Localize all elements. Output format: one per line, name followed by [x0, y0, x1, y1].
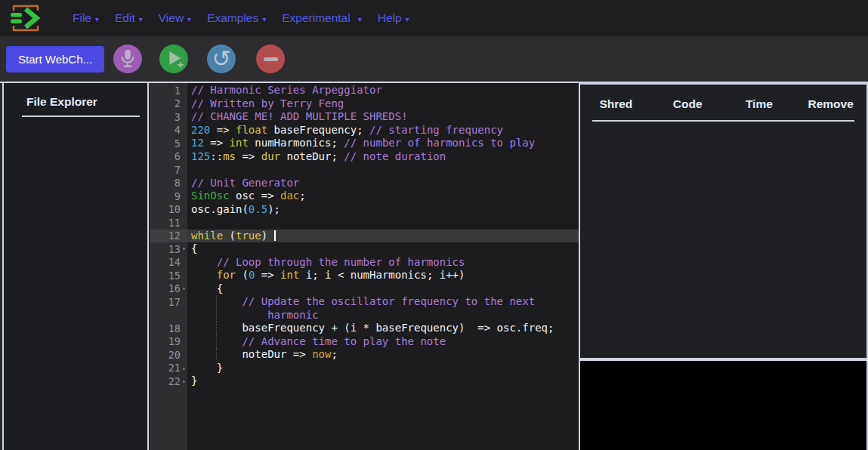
- line-number: 1: [150, 84, 187, 97]
- line-number: 8: [150, 177, 187, 190]
- code-line[interactable]: SinOsc osc => dac;: [187, 190, 579, 203]
- menu-item-file[interactable]: File▾: [73, 11, 99, 25]
- toolbar: Start WebCh... ↺ now: 00:00:00: [0, 36, 868, 82]
- code-line[interactable]: [187, 163, 579, 177]
- replace-shred-icon: ↺: [212, 48, 230, 70]
- line-number: 2: [150, 97, 187, 111]
- menu-item-help[interactable]: Help▾: [378, 11, 409, 25]
- code-line[interactable]: // Update the oscillator frequency to th…: [187, 295, 579, 309]
- line-number: 7: [150, 163, 187, 177]
- menu-items: File▾Edit▾View▾Examples▾Experimental▾Hel…: [57, 11, 409, 25]
- menu-item-label: Examples: [207, 11, 258, 25]
- file-explorer-panel[interactable]: File Explorer: [2, 83, 149, 450]
- menu-item-label: Experimental: [282, 11, 350, 25]
- code-line[interactable]: 12 => int numHarmonics; // number of har…: [187, 137, 579, 150]
- main-area: File Explorer 12345678910111213▾141516▾1…: [0, 82, 868, 450]
- code-line[interactable]: while (true): [187, 230, 579, 243]
- chevron-down-icon: ▾: [139, 15, 143, 23]
- console-output-panel[interactable]: [579, 359, 868, 450]
- shred-column-header-shred: Shred: [580, 97, 652, 111]
- line-number: 22▴: [150, 374, 187, 388]
- chevron-down-icon: ▾: [187, 15, 191, 23]
- indent-guide: [216, 348, 217, 362]
- chevron-down-icon: ▾: [95, 15, 99, 23]
- code-line[interactable]: 125::ms => dur noteDur; // note duration: [187, 150, 579, 164]
- line-number: 19: [150, 335, 187, 349]
- shred-table-divider: [592, 120, 854, 122]
- line-number: 20: [150, 348, 187, 362]
- shred-table-headers: ShredCodeTimeRemove: [580, 85, 866, 111]
- menu-item-examples[interactable]: Examples▾: [207, 11, 266, 25]
- line-number: 14: [150, 256, 187, 270]
- fold-toggle-icon[interactable]: ▾: [181, 245, 187, 252]
- fold-toggle-icon[interactable]: ▴: [181, 365, 187, 371]
- line-number: 3: [150, 110, 187, 124]
- fold-toggle-icon[interactable]: ▾: [181, 285, 187, 292]
- menu-item-view[interactable]: View▾: [159, 11, 191, 25]
- line-number: 5: [150, 137, 187, 150]
- code-line[interactable]: harmonic: [187, 309, 579, 322]
- file-explorer-divider: [22, 116, 140, 117]
- indent-guide: [216, 322, 217, 335]
- code-line[interactable]: osc.gain(0.5);: [187, 203, 579, 217]
- code-line[interactable]: // CHANGE ME! ADD MULTIPLE SHREDS!: [187, 110, 579, 124]
- code-line[interactable]: // Advance time to play the note: [187, 335, 579, 349]
- chevron-down-icon: ▾: [406, 15, 409, 23]
- menu-item-label: Help: [378, 11, 402, 25]
- line-number: 21▴: [150, 362, 187, 375]
- indent-guide: [216, 295, 217, 309]
- line-number: 12: [150, 230, 187, 243]
- shred-column-header-code: Code: [652, 97, 724, 111]
- code-line[interactable]: noteDur => now;: [187, 348, 579, 362]
- menu-item-label: File: [73, 11, 91, 25]
- file-explorer-title: File Explorer: [4, 83, 147, 109]
- menubar: File▾Edit▾View▾Examples▾Experimental▾Hel…: [0, 0, 868, 36]
- code-line[interactable]: [187, 216, 579, 230]
- code-line[interactable]: // Loop through the number of harmonics: [187, 256, 579, 270]
- play-add-shred-button[interactable]: [159, 45, 188, 73]
- code-line[interactable]: {: [187, 282, 579, 296]
- code-line[interactable]: baseFrequency + (i * baseFrequency) => o…: [187, 322, 579, 335]
- remove-shred-button[interactable]: [256, 45, 285, 73]
- line-number: [150, 309, 187, 322]
- code-line[interactable]: // Harmonic Series Arpeggiator: [187, 84, 579, 97]
- line-number: 15: [150, 269, 187, 282]
- code-line[interactable]: {: [187, 242, 579, 256]
- menu-item-edit[interactable]: Edit▾: [115, 11, 143, 25]
- code-line[interactable]: // Written by Terry Feng: [187, 97, 579, 111]
- chevron-down-icon: ▾: [358, 15, 362, 23]
- menu-item-experimental[interactable]: Experimental▾: [282, 11, 362, 25]
- code-line[interactable]: }: [187, 374, 579, 388]
- shred-table-panel: ShredCodeTimeRemove: [579, 83, 868, 359]
- line-number: 4: [150, 124, 187, 137]
- play-add-shred-icon: [161, 45, 187, 73]
- code-line[interactable]: }: [187, 362, 579, 375]
- code-line[interactable]: for (0 => int i; i < numHarmonics; i++): [187, 269, 579, 282]
- menu-item-label: View: [159, 11, 184, 25]
- fold-toggle-icon[interactable]: ▴: [181, 378, 187, 384]
- start-webchuck-button[interactable]: Start WebCh...: [6, 46, 104, 72]
- text-cursor: [274, 230, 276, 241]
- line-number: 16▾: [150, 282, 187, 296]
- remove-shred-icon: [264, 57, 278, 61]
- code-editor[interactable]: 12345678910111213▾141516▾1718192021▴22▴ …: [150, 83, 579, 450]
- microphone-icon: [115, 45, 141, 73]
- shred-column-header-time: Time: [724, 97, 795, 111]
- line-number: 11: [150, 216, 187, 230]
- indent-guide: [216, 309, 217, 322]
- line-number: 18: [150, 322, 187, 335]
- code-line[interactable]: 220 => float baseFrequency; // starting …: [187, 124, 579, 137]
- line-number: 13▾: [150, 242, 187, 256]
- shred-column-header-remove: Remove: [795, 97, 866, 111]
- microphone-button[interactable]: [113, 45, 142, 73]
- code-line[interactable]: // Unit Generator: [187, 177, 579, 190]
- editor-gutter: 12345678910111213▾141516▾1718192021▴22▴: [150, 83, 187, 450]
- editor-code[interactable]: // Harmonic Series Arpeggiator// Written…: [187, 83, 579, 450]
- line-number: 6: [150, 150, 187, 164]
- menu-item-label: Edit: [115, 11, 135, 25]
- replace-shred-button[interactable]: ↺: [207, 45, 236, 73]
- chuck-logo-icon: [7, 3, 45, 33]
- chevron-down-icon: ▾: [262, 15, 266, 23]
- line-number: 17: [150, 295, 187, 309]
- indent-guide: [216, 335, 217, 349]
